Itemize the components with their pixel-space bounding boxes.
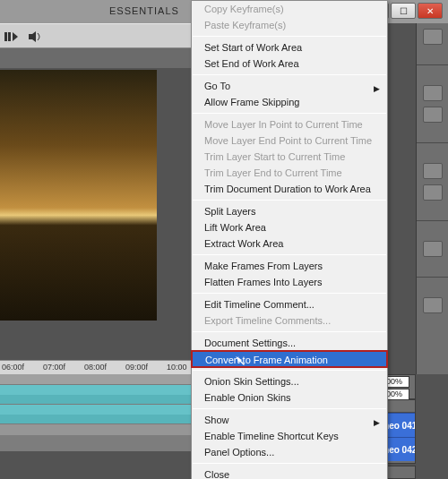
menu-item-onion-skin-settings[interactable]: Onion Skin Settings... [192, 373, 387, 389]
tick-label: 10:00 [167, 363, 187, 372]
menu-separator [193, 408, 386, 409]
playback-icon[interactable] [4, 30, 18, 44]
tick-label: 09:00f [125, 363, 148, 372]
menu-item-move-layer-end-point-to-current-time: Move Layer End Point to Current Time [192, 133, 387, 149]
svg-marker-2 [13, 32, 18, 41]
video-track[interactable] [0, 385, 191, 405]
menu-item-set-start-of-work-area[interactable]: Set Start of Work Area [192, 39, 387, 56]
menu-item-edit-timeline-comment[interactable]: Edit Timeline Comment... [192, 296, 387, 312]
workspace-label[interactable]: ESSENTIALS [109, 5, 179, 16]
close-button[interactable]: ✕ [418, 3, 443, 19]
timeline-ruler[interactable]: 06:00f 07:00f 08:00f 09:00f 10:00 [0, 360, 191, 374]
canvas-area[interactable] [0, 70, 157, 321]
svg-marker-3 [29, 31, 36, 42]
menu-separator [193, 200, 386, 201]
menu-separator [193, 370, 386, 371]
menu-item-set-end-of-work-area[interactable]: Set End of Work Area [192, 56, 387, 72]
work-area-track[interactable] [0, 374, 191, 385]
audio-icon[interactable] [28, 30, 42, 44]
menu-item-export-timeline-comments: Export Timeline Comments... [192, 312, 387, 329]
menu-item-document-settings[interactable]: Document Settings... [192, 335, 387, 351]
actions-icon[interactable] [423, 107, 443, 123]
menu-item-enable-timeline-shortcut-keys[interactable]: Enable Timeline Shortcut Keys [192, 428, 387, 444]
menu-separator [193, 74, 386, 75]
paragraph-icon[interactable] [423, 241, 443, 257]
swatches-icon[interactable] [423, 29, 443, 45]
menu-item-move-layer-in-point-to-current-time: Move Layer In Point to Current Time [192, 116, 387, 133]
menu-separator [193, 36, 386, 37]
svg-rect-0 [4, 32, 7, 41]
brush-icon[interactable] [423, 163, 443, 179]
menu-item-trim-document-duration-to-work-area[interactable]: Trim Document Duration to Work Area [192, 181, 387, 197]
menu-separator [193, 331, 386, 332]
maximize-button[interactable]: ☐ [391, 3, 416, 19]
secondary-toolbar [0, 23, 191, 48]
menu-item-trim-layer-end-to-current-time: Trim Layer End to Current Time [192, 165, 387, 181]
panel-context-menu: Copy Keyframe(s)Paste Keyframe(s)Set Sta… [191, 0, 388, 479]
timeline-footer [0, 435, 191, 451]
tick-label: 08:00f [84, 363, 107, 372]
menu-item-paste-keyframe-s: Paste Keyframe(s) [192, 17, 387, 33]
menu-separator [193, 254, 386, 255]
menu-item-go-to[interactable]: Go To▶ [192, 78, 387, 94]
menu-separator [193, 463, 386, 464]
preview-image [0, 70, 157, 321]
menu-item-allow-frame-skipping[interactable]: Allow Frame Skipping [192, 94, 387, 110]
menu-item-copy-keyframe-s: Copy Keyframe(s) [192, 1, 387, 17]
menu-separator [193, 293, 386, 294]
menu-item-close[interactable]: Close [192, 466, 387, 479]
svg-rect-1 [8, 32, 11, 41]
menu-item-convert-to-frame-animation[interactable]: Convert to Frame Animation [191, 350, 388, 368]
menu-item-panel-options[interactable]: Panel Options... [192, 444, 387, 460]
clone-icon[interactable] [423, 184, 443, 201]
menu-item-show[interactable]: Show▶ [192, 412, 387, 428]
timeline-tracks[interactable] [0, 374, 191, 435]
menu-item-enable-onion-skins[interactable]: Enable Onion Skins [192, 389, 387, 406]
menu-item-split-layers[interactable]: Split Layers [192, 203, 387, 219]
tick-label: 07:00f [43, 363, 65, 372]
tick-label: 06:00f [2, 363, 24, 372]
history-icon[interactable] [423, 85, 443, 101]
menu-separator [193, 113, 386, 114]
layers-icon[interactable] [423, 297, 443, 313]
preview-panel [0, 48, 191, 344]
menu-item-flatten-frames-into-layers[interactable]: Flatten Frames Into Layers [192, 274, 387, 290]
menu-item-extract-work-area[interactable]: Extract Work Area [192, 235, 387, 252]
preview-header [0, 48, 191, 68]
video-track[interactable] [0, 405, 191, 424]
menu-item-trim-layer-start-to-current-time: Trim Layer Start to Current Time [192, 149, 387, 165]
right-sidebar [416, 23, 448, 374]
menu-item-lift-work-area[interactable]: Lift Work Area [192, 219, 387, 235]
menu-item-make-frames-from-layers[interactable]: Make Frames From Layers [192, 258, 387, 274]
